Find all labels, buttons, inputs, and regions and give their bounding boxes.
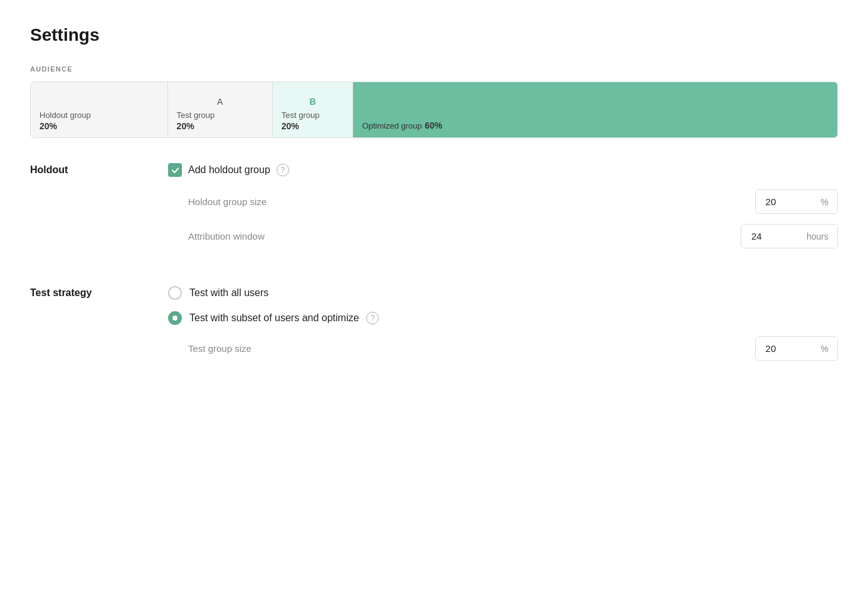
- attribution-window-input-group: hours: [741, 224, 838, 248]
- holdout-label: Holdout: [30, 163, 168, 176]
- holdout-group-size-row: Holdout group size %: [168, 189, 838, 214]
- holdout-checkbox-label: Add holdout group: [188, 164, 270, 176]
- segment-a: A Test group 20%: [168, 82, 273, 137]
- holdout-help-icon[interactable]: ?: [277, 164, 289, 176]
- segment-a-percent: 20%: [177, 121, 263, 131]
- audience-bar: Holdout group 20% A Test group 20% B Tes…: [30, 82, 838, 138]
- attribution-window-input[interactable]: [741, 225, 804, 248]
- optimized-segment-percent: 60%: [425, 120, 442, 130]
- test-group-size-input[interactable]: [756, 337, 818, 360]
- test-group-size-unit: %: [818, 338, 837, 360]
- segment-a-top-label: A: [177, 97, 263, 107]
- holdout-segment-percent: 20%: [40, 121, 159, 131]
- page-title: Settings: [30, 25, 838, 45]
- radio-subset-label: Test with subset of users and optimize: [189, 312, 359, 324]
- attribution-window-label: Attribution window: [188, 231, 265, 242]
- holdout-segment-name: Holdout group: [40, 110, 159, 120]
- radio-all-users-label: Test with all users: [189, 287, 268, 299]
- segment-b: B Test group 20%: [273, 82, 354, 137]
- segment-b-name: Test group: [282, 110, 344, 120]
- attribution-window-unit: hours: [804, 225, 837, 248]
- holdout-content: Add holdout group ? Holdout group size %…: [168, 163, 838, 258]
- test-strategy-content: Test with all users Test with subset of …: [168, 286, 838, 361]
- audience-section-label: AUDIENCE: [30, 65, 838, 73]
- holdout-section: Holdout Add holdout group ? Holdout grou…: [30, 163, 838, 258]
- segment-a-name: Test group: [177, 110, 263, 120]
- radio-subset-row: Test with subset of users and optimize ?: [168, 311, 838, 325]
- holdout-checkbox[interactable]: [168, 163, 182, 177]
- checkmark-icon: [171, 166, 179, 174]
- holdout-group-size-unit: %: [818, 191, 837, 213]
- test-strategy-section: Test strategy Test with all users Test w…: [30, 286, 838, 361]
- segment-holdout: Holdout group 20%: [31, 82, 168, 137]
- radio-subset[interactable]: [168, 311, 182, 325]
- holdout-group-size-input-group: %: [755, 189, 838, 214]
- segment-optimized: Optimized group 60%: [353, 82, 837, 137]
- radio-all-users[interactable]: [168, 286, 182, 300]
- holdout-group-size-label: Holdout group size: [188, 196, 267, 207]
- test-strategy-label: Test strategy: [30, 286, 168, 299]
- attribution-window-row: Attribution window hours: [168, 224, 838, 248]
- test-group-size-input-group: %: [755, 336, 838, 361]
- holdout-group-size-input[interactable]: [756, 190, 818, 213]
- holdout-checkbox-row: Add holdout group ?: [168, 163, 838, 177]
- test-group-size-label: Test group size: [188, 343, 251, 354]
- segment-b-top-label: B: [282, 97, 344, 107]
- subset-help-icon[interactable]: ?: [366, 312, 379, 324]
- test-group-size-row: Test group size %: [168, 336, 838, 361]
- radio-subset-inner: [172, 316, 177, 321]
- optimized-segment-name: Optimized group: [362, 121, 421, 130]
- segment-b-percent: 20%: [282, 121, 344, 131]
- radio-all-users-row: Test with all users: [168, 286, 838, 300]
